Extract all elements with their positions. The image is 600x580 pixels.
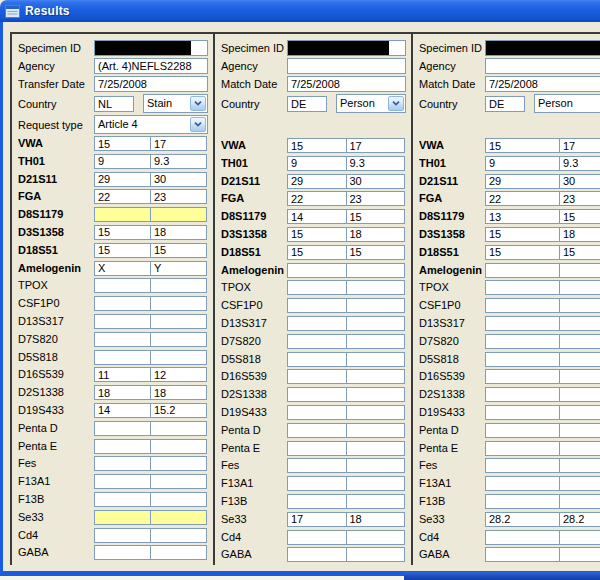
allele1-input[interactable] <box>287 423 347 438</box>
agency-input[interactable] <box>485 58 600 74</box>
allele1-input[interactable] <box>485 530 560 545</box>
allele1-input[interactable] <box>485 458 560 473</box>
allele1-input[interactable] <box>94 474 151 489</box>
allele2-input[interactable] <box>346 263 406 278</box>
allele2-input[interactable] <box>150 510 207 525</box>
allele2-input[interactable] <box>559 138 600 153</box>
allele1-input[interactable] <box>287 156 347 171</box>
allele1-input[interactable] <box>485 209 560 224</box>
allele2-input[interactable] <box>150 439 207 454</box>
allele1-input[interactable] <box>287 245 347 260</box>
allele2-input[interactable] <box>150 136 207 151</box>
allele1-input[interactable] <box>485 316 560 331</box>
allele1-input[interactable] <box>485 369 560 384</box>
allele2-input[interactable] <box>559 316 600 331</box>
allele2-input[interactable] <box>559 191 600 206</box>
allele2-input[interactable] <box>559 441 600 456</box>
specimen-type-select[interactable]: Person <box>534 94 600 113</box>
country-code-input[interactable] <box>485 96 525 112</box>
allele1-input[interactable] <box>94 367 151 382</box>
allele1-input[interactable] <box>94 403 151 418</box>
chevron-down-icon[interactable] <box>190 96 206 111</box>
specimen-type-select[interactable]: Person <box>336 94 406 113</box>
specimen-id-field[interactable] <box>287 40 406 56</box>
allele2-input[interactable] <box>150 189 207 204</box>
specimen-id-field[interactable] <box>485 40 600 56</box>
allele2-input[interactable] <box>150 456 207 471</box>
allele1-input[interactable] <box>485 191 560 206</box>
agency-input[interactable] <box>287 58 406 74</box>
allele1-input[interactable] <box>94 456 151 471</box>
allele1-input[interactable] <box>485 441 560 456</box>
allele1-input[interactable] <box>485 280 560 295</box>
allele1-input[interactable] <box>287 263 347 278</box>
allele2-input[interactable] <box>150 296 207 311</box>
allele2-input[interactable] <box>559 369 600 384</box>
allele1-input[interactable] <box>94 421 151 436</box>
allele2-input[interactable] <box>150 474 207 489</box>
allele2-input[interactable] <box>559 245 600 260</box>
allele1-input[interactable] <box>485 512 560 527</box>
allele2-input[interactable] <box>346 227 406 242</box>
allele2-input[interactable] <box>346 494 406 509</box>
chevron-down-icon[interactable] <box>190 117 206 132</box>
allele2-input[interactable] <box>559 476 600 491</box>
allele1-input[interactable] <box>94 314 151 329</box>
allele1-input[interactable] <box>287 209 347 224</box>
allele1-input[interactable] <box>287 334 347 349</box>
allele1-input[interactable] <box>94 207 151 222</box>
allele1-input[interactable] <box>287 547 347 562</box>
allele2-input[interactable] <box>559 458 600 473</box>
allele1-input[interactable] <box>485 405 560 420</box>
allele1-input[interactable] <box>94 172 151 187</box>
allele1-input[interactable] <box>94 136 151 151</box>
allele1-input[interactable] <box>287 405 347 420</box>
allele2-input[interactable] <box>346 405 406 420</box>
allele2-input[interactable] <box>150 314 207 329</box>
allele2-input[interactable] <box>346 245 406 260</box>
allele1-input[interactable] <box>485 352 560 367</box>
allele2-input[interactable] <box>150 421 207 436</box>
allele2-input[interactable] <box>559 298 600 313</box>
allele1-input[interactable] <box>94 439 151 454</box>
allele2-input[interactable] <box>150 492 207 507</box>
allele2-input[interactable] <box>150 403 207 418</box>
allele2-input[interactable] <box>559 530 600 545</box>
match-date-input[interactable] <box>287 76 406 92</box>
request-type-select[interactable]: Article 4 <box>94 115 208 134</box>
allele2-input[interactable] <box>150 243 207 258</box>
allele2-input[interactable] <box>346 387 406 402</box>
country-code-input[interactable] <box>287 96 327 112</box>
allele2-input[interactable] <box>346 352 406 367</box>
agency-input[interactable] <box>94 58 208 74</box>
allele2-input[interactable] <box>559 423 600 438</box>
allele2-input[interactable] <box>346 138 406 153</box>
allele2-input[interactable] <box>559 280 600 295</box>
allele1-input[interactable] <box>287 298 347 313</box>
match-date-input[interactable] <box>485 76 600 92</box>
allele1-input[interactable] <box>94 510 151 525</box>
allele2-input[interactable] <box>150 385 207 400</box>
allele2-input[interactable] <box>150 350 207 365</box>
allele1-input[interactable] <box>485 423 560 438</box>
allele2-input[interactable] <box>150 207 207 222</box>
allele1-input[interactable] <box>287 138 347 153</box>
allele2-input[interactable] <box>559 352 600 367</box>
allele1-input[interactable] <box>485 227 560 242</box>
allele1-input[interactable] <box>287 316 347 331</box>
allele2-input[interactable] <box>346 174 406 189</box>
allele2-input[interactable] <box>150 332 207 347</box>
allele2-input[interactable] <box>559 334 600 349</box>
allele2-input[interactable] <box>150 545 207 560</box>
allele1-input[interactable] <box>485 245 560 260</box>
allele1-input[interactable] <box>485 334 560 349</box>
allele2-input[interactable] <box>346 280 406 295</box>
allele2-input[interactable] <box>150 154 207 169</box>
allele1-input[interactable] <box>287 369 347 384</box>
allele1-input[interactable] <box>485 156 560 171</box>
allele1-input[interactable] <box>94 189 151 204</box>
allele2-input[interactable] <box>150 278 207 293</box>
allele2-input[interactable] <box>346 156 406 171</box>
allele2-input[interactable] <box>559 227 600 242</box>
allele1-input[interactable] <box>485 174 560 189</box>
